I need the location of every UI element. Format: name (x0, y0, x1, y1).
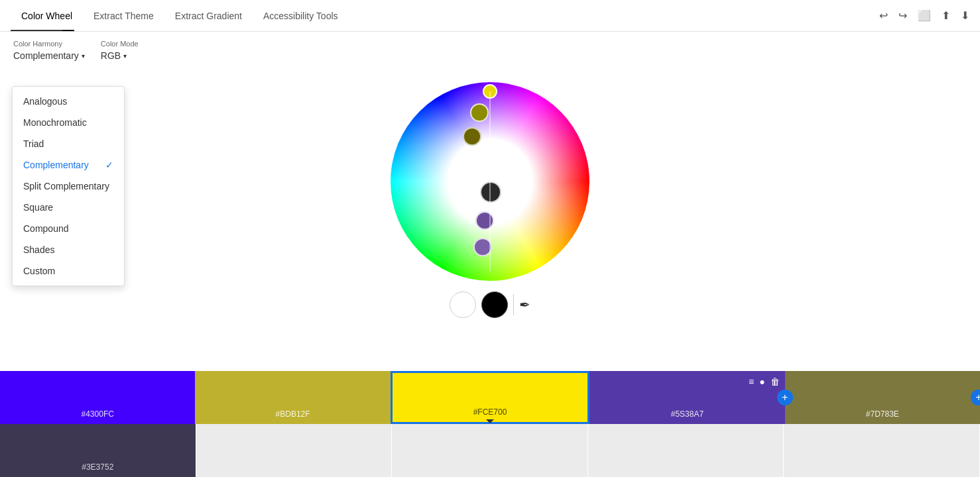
picker-divider (513, 294, 514, 315)
dropdown-item-compound[interactable]: Compound (13, 218, 124, 239)
color-handle-1[interactable] (483, 84, 497, 99)
top-nav: Color Wheel Extract Theme Extract Gradie… (0, 0, 980, 32)
swatches-row-2: #3E3752 (0, 424, 980, 477)
harmony-dropdown: Analogous Monochromatic Triad Complement… (12, 86, 125, 286)
mode-chevron-icon: ▾ (123, 52, 127, 60)
swatch-row2-4[interactable] (588, 424, 784, 477)
swatch-add-btn-5[interactable]: + (971, 390, 980, 405)
color-wheel[interactable] (391, 82, 589, 281)
nav-tabs: Color Wheel Extract Theme Extract Gradie… (11, 0, 349, 31)
swatch-5-label: #7D783E (866, 409, 899, 419)
swatch-3[interactable]: #FCE700 (391, 371, 589, 424)
undo-icon[interactable]: ↩ (879, 9, 888, 22)
dropdown-item-monochromatic[interactable]: Monochromatic (13, 112, 124, 133)
color-handle-6[interactable] (473, 238, 492, 256)
dropdown-item-square[interactable]: Square (13, 197, 124, 218)
swatch-4[interactable]: #5S38A7 + ≡ ● 🗑 (589, 371, 784, 424)
dropdown-item-triad[interactable]: Triad (13, 133, 124, 154)
redo-icon[interactable]: ↪ (898, 9, 907, 22)
swatch-row2-3[interactable] (392, 424, 588, 477)
swatch-delete-icon[interactable]: 🗑 (770, 376, 780, 387)
swatch-1-label: #4300FC (82, 409, 114, 419)
swatch-5[interactable]: #7D783E + (785, 371, 980, 424)
share-icon[interactable]: ⬆ (942, 9, 950, 22)
mode-select[interactable]: RGB ▾ (101, 50, 139, 61)
tab-extract-gradient[interactable]: Extract Gradient (164, 3, 253, 29)
dropdown-item-shades[interactable]: Shades (13, 239, 124, 260)
swatch-2[interactable]: #BDB12F (195, 371, 390, 424)
tab-accessibility-tools[interactable]: Accessibility Tools (253, 3, 349, 29)
color-handle-2[interactable] (470, 103, 489, 122)
eyedropper-tool[interactable]: ✒ (519, 297, 530, 313)
mode-value: RGB (101, 50, 121, 61)
color-handle-3[interactable] (463, 127, 481, 146)
swatch-1[interactable]: #4300FC (0, 371, 195, 424)
swatch-circle-icon[interactable]: ● (759, 376, 765, 387)
toolbar-icons: ↩ ↪ ⬜ ⬆ ⬇ (879, 9, 969, 22)
color-handle-5[interactable] (475, 211, 494, 230)
swatch-row2-5[interactable] (784, 424, 980, 477)
swatch-row2-1[interactable]: #3E3752 (0, 424, 196, 477)
harmony-control: Color Harmony Complementary ▾ (13, 40, 85, 61)
harmony-value: Complementary (13, 50, 79, 61)
harmony-select[interactable]: Complementary ▾ (13, 50, 85, 61)
active-swatch-indicator (486, 419, 494, 423)
picker-row: ✒ (450, 292, 530, 318)
mode-control: Color Mode RGB ▾ (101, 40, 139, 61)
dropdown-item-analogous[interactable]: Analogous (13, 91, 124, 112)
mode-label: Color Mode (101, 40, 139, 48)
swatch-2-label: #BDB12F (276, 409, 310, 419)
harmony-label: Color Harmony (13, 40, 85, 48)
dropdown-item-split-complementary[interactable]: Split Complementary (13, 176, 124, 197)
swatches-area: #4300FC #BDB12F #FCE700 #5S38A7 + ≡ ● 🗑 … (0, 371, 980, 477)
swatch-row2-2[interactable] (196, 424, 393, 477)
swatches-row-1: #4300FC #BDB12F #FCE700 #5S38A7 + ≡ ● 🗑 … (0, 371, 980, 424)
swatch-icons-4: ≡ ● 🗑 (749, 376, 780, 387)
swatch-4-label: #5S38A7 (671, 409, 704, 419)
white-picker[interactable] (450, 292, 476, 318)
tab-extract-theme[interactable]: Extract Theme (83, 3, 164, 29)
black-picker[interactable] (481, 292, 508, 318)
selected-check-icon: ✓ (105, 160, 113, 170)
color-handle-4[interactable] (480, 182, 501, 203)
download-icon[interactable]: ⬇ (961, 9, 969, 22)
active-tab-indicator (11, 30, 62, 31)
swatch-add-btn-4[interactable]: + (777, 390, 793, 405)
main-content: ✒ (0, 69, 980, 318)
swatch-filter-icon[interactable]: ≡ (749, 376, 754, 387)
controls-area: Color Harmony Complementary ▾ Color Mode… (0, 32, 980, 69)
dropdown-item-complementary[interactable]: Complementary ✓ (13, 154, 124, 176)
frame-icon[interactable]: ⬜ (918, 9, 931, 22)
swatch-row2-1-label: #3E3752 (82, 462, 113, 472)
swatch-3-label: #FCE700 (473, 407, 507, 417)
tab-color-wheel[interactable]: Color Wheel (11, 3, 83, 29)
harmony-chevron-icon: ▾ (82, 52, 85, 60)
dropdown-item-custom[interactable]: Custom (13, 260, 124, 282)
